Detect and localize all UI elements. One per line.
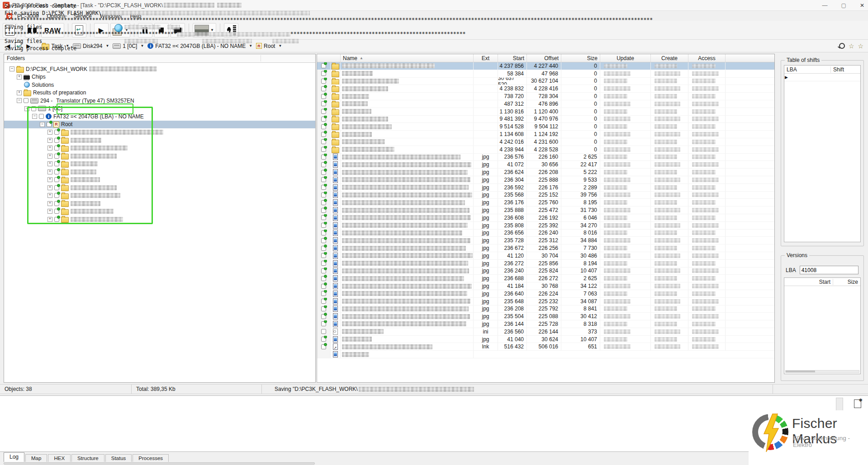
expand-icon[interactable]: + bbox=[47, 154, 52, 159]
checkbox[interactable] bbox=[321, 147, 326, 152]
search-icon[interactable] bbox=[839, 43, 845, 49]
file-row[interactable]: jpg236 608226 1926 046 bbox=[317, 214, 774, 222]
shifts-col-shift[interactable]: Shift bbox=[831, 66, 846, 73]
tree-item-chips[interactable]: + Chips bbox=[4, 73, 315, 81]
tree-folder-item[interactable]: + bbox=[4, 136, 315, 145]
expand-icon[interactable]: + bbox=[47, 185, 52, 190]
checkbox[interactable] bbox=[321, 101, 326, 106]
expand-icon[interactable]: + bbox=[47, 193, 52, 198]
file-row[interactable]: jpg236 176225 7608 195 bbox=[317, 199, 774, 207]
versions-col-start[interactable]: Start bbox=[796, 279, 833, 285]
checkbox[interactable] bbox=[321, 276, 326, 281]
checkbox[interactable] bbox=[54, 193, 59, 198]
file-row[interactable]: jpg236 272225 8568 194 bbox=[317, 260, 774, 268]
file-row[interactable]: jpg236 240225 82410 407 bbox=[317, 268, 774, 275]
file-row-partial[interactable] bbox=[317, 351, 774, 358]
file-row[interactable]: jpg41 04030 62410 407 bbox=[317, 336, 774, 343]
expand-icon[interactable]: + bbox=[47, 130, 52, 135]
checkbox[interactable] bbox=[54, 177, 59, 182]
file-row[interactable]: jpg235 808225 39234 270 bbox=[317, 222, 774, 230]
file-row[interactable]: 4 242 0164 231 6000 bbox=[317, 138, 774, 146]
file-row[interactable]: 30 637 52030 627 1040 bbox=[317, 78, 774, 85]
checkbox[interactable] bbox=[321, 321, 326, 326]
expand-icon[interactable]: + bbox=[47, 146, 52, 150]
checkbox[interactable] bbox=[321, 200, 326, 205]
file-row[interactable]: 4 237 8564 227 4400 bbox=[317, 62, 774, 70]
file-row[interactable]: jpg41 07230 65622 417 bbox=[317, 161, 774, 169]
checkbox[interactable] bbox=[321, 177, 326, 182]
expand-icon[interactable]: + bbox=[47, 177, 52, 182]
checkbox[interactable] bbox=[321, 155, 326, 160]
header-ext[interactable]: Ext bbox=[474, 54, 498, 62]
versions-col-size[interactable]: Size bbox=[833, 279, 860, 285]
expand-icon[interactable]: + bbox=[17, 75, 22, 80]
expand-icon[interactable]: + bbox=[47, 138, 52, 143]
tree-item-results[interactable]: + Results of preparation bbox=[4, 89, 315, 97]
tab-status[interactable]: Status bbox=[105, 454, 132, 462]
checkbox[interactable] bbox=[321, 223, 326, 228]
header-access[interactable]: Access bbox=[688, 54, 726, 62]
maximize-button[interactable]: ▢ bbox=[841, 2, 846, 9]
tab-hex[interactable]: HEX bbox=[48, 454, 71, 462]
file-row[interactable]: jpg236 640226 2247 063 bbox=[317, 290, 774, 298]
file-row[interactable]: jpg236 208225 7928 841 bbox=[317, 305, 774, 313]
file-row[interactable]: jpg236 592226 1762 289 bbox=[317, 184, 774, 192]
tree-folder-item[interactable]: + bbox=[4, 184, 315, 192]
file-row[interactable]: jpg236 576226 1602 625 bbox=[317, 154, 774, 161]
tree-folder-item[interactable]: + bbox=[4, 160, 315, 168]
checkbox[interactable] bbox=[321, 291, 326, 296]
checkbox[interactable] bbox=[321, 208, 326, 213]
checkbox[interactable] bbox=[321, 79, 326, 84]
tree-folder-item[interactable]: + bbox=[4, 128, 315, 136]
file-row[interactable]: lnk516 432506 016651 bbox=[317, 343, 774, 351]
tab-processes[interactable]: Processes bbox=[133, 454, 169, 462]
checkbox[interactable] bbox=[54, 217, 59, 222]
checkbox[interactable] bbox=[54, 138, 59, 143]
header-start[interactable]: Start bbox=[498, 54, 527, 62]
checkbox[interactable] bbox=[54, 130, 59, 135]
tree-item-solutions[interactable]: Solutions bbox=[4, 81, 315, 89]
close-button[interactable]: ✕ bbox=[860, 2, 864, 9]
expand-icon[interactable]: + bbox=[47, 161, 52, 166]
bottom-hscrollbar[interactable] bbox=[4, 462, 315, 465]
file-row[interactable]: 58 38447 9680 bbox=[317, 70, 774, 78]
checkbox[interactable] bbox=[321, 215, 326, 220]
tree-folder-item[interactable]: + bbox=[4, 152, 315, 160]
checkbox[interactable] bbox=[321, 268, 326, 273]
checkbox[interactable] bbox=[31, 106, 36, 111]
expand-icon[interactable]: + bbox=[47, 209, 52, 214]
file-row[interactable]: 1 134 6081 124 1920 bbox=[317, 131, 774, 138]
header-update[interactable]: Update bbox=[600, 54, 651, 62]
checkbox[interactable] bbox=[321, 193, 326, 197]
checkbox[interactable] bbox=[54, 209, 59, 214]
file-row[interactable]: jpg236 688226 2722 625 bbox=[317, 275, 774, 282]
file-row[interactable]: jpg236 144225 7288 318 bbox=[317, 320, 774, 328]
header-name[interactable]: Name▲ bbox=[341, 54, 474, 62]
tab-structure[interactable]: Structure bbox=[71, 454, 104, 462]
tree-item-task-root[interactable]: − D:\PC3K_FLASH_WORK bbox=[4, 65, 315, 73]
file-row[interactable]: jpg236 656226 2408 016 bbox=[317, 230, 774, 237]
versions-lba-input[interactable] bbox=[800, 266, 859, 274]
checkbox[interactable] bbox=[47, 122, 52, 127]
header-offset[interactable]: Offset bbox=[527, 54, 561, 62]
checkbox[interactable] bbox=[24, 98, 28, 103]
checkbox[interactable] bbox=[321, 139, 326, 144]
checkbox[interactable] bbox=[321, 132, 326, 137]
tree-item-root-selected[interactable]: − R Root bbox=[4, 121, 315, 129]
checkbox[interactable] bbox=[321, 109, 326, 114]
file-row[interactable]: 738 720728 3040 bbox=[317, 93, 774, 100]
file-row[interactable]: jpg236 304225 8889 533 bbox=[317, 176, 774, 184]
checkbox[interactable] bbox=[321, 261, 326, 266]
checkbox[interactable] bbox=[321, 306, 326, 311]
file-row[interactable]: jpg236 672226 2567 730 bbox=[317, 244, 774, 252]
file-row[interactable]: jpg235 504225 08830 412 bbox=[317, 313, 774, 320]
tree-folder-item[interactable]: + bbox=[4, 207, 315, 216]
checkbox[interactable] bbox=[321, 299, 326, 304]
file-row[interactable]: jpg236 624226 2085 222 bbox=[317, 169, 774, 176]
file-row[interactable]: 9 514 5289 504 1120 bbox=[317, 123, 774, 131]
checkbox[interactable] bbox=[54, 161, 59, 166]
shifts-table[interactable]: LBA Shift ▶ bbox=[784, 65, 861, 242]
star-icon[interactable]: ☆ bbox=[858, 42, 863, 50]
tree-folder-item[interactable]: + bbox=[4, 144, 315, 152]
expand-icon[interactable]: + bbox=[17, 90, 22, 95]
